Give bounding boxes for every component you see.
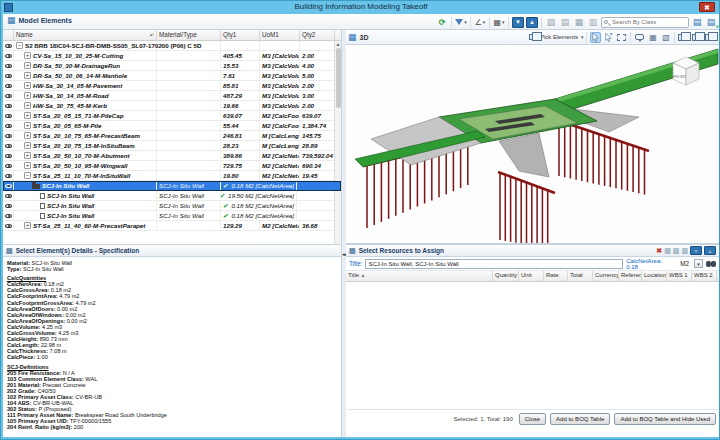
visibility-cell[interactable] <box>3 51 14 60</box>
visibility-cell[interactable] <box>3 131 14 140</box>
add-to-boq-hide-button[interactable]: Add to BOQ Table and Hide Used <box>614 413 716 425</box>
resources-column-header[interactable]: WBS 1 <box>667 271 692 281</box>
boq-book-add-button[interactable]: ▤+ <box>705 16 717 28</box>
visibility-cell[interactable] <box>3 161 14 170</box>
eye-icon[interactable] <box>5 174 12 178</box>
add-to-boq-button[interactable]: Add to BOQ Table <box>550 413 610 425</box>
visibility-cell[interactable] <box>3 81 14 90</box>
eye-icon[interactable] <box>5 94 12 98</box>
table-row[interactable]: +ST-Sa_20_20_75_15-M-InSituBeam28.23M [C… <box>3 141 341 151</box>
close-panel-button[interactable]: Close <box>519 413 546 425</box>
table-row[interactable]: +ST-Sa_20_50_10_70-M-Abutment389.86M2 [C… <box>3 151 341 161</box>
boq-book-button[interactable]: ▤ <box>691 16 703 28</box>
expand-icon[interactable]: + <box>24 52 31 59</box>
table-row[interactable]: +HW-Sa_30_75_45-M-Kerb19.66M3 [CalcVolu.… <box>3 101 341 111</box>
import-icon[interactable]: ▨ <box>673 247 680 255</box>
render-style-button[interactable]: ▾ <box>705 32 717 43</box>
table-row[interactable]: +ST-Sa_20_50_10_95-M-Wingwall729.75M2 [C… <box>3 161 341 171</box>
column-header-qty1[interactable]: Qty1 <box>221 30 260 40</box>
resources-column-header[interactable]: Currency <box>593 271 619 281</box>
visibility-cell[interactable] <box>3 171 14 180</box>
viewport-3d[interactable]: ⌂ FRONT <box>346 45 719 244</box>
export-slope-button[interactable]: ▨ <box>545 16 557 28</box>
title-bar[interactable]: Building Information Modeling Takeoff ✖ <box>1 1 720 14</box>
table-row[interactable]: +ST-Sa_25_11_40_60-M-PrecastParapet129.2… <box>3 221 341 231</box>
eye-icon[interactable] <box>5 134 12 138</box>
resources-column-header[interactable]: Rate <box>544 271 568 281</box>
select-cursor-button[interactable] <box>590 32 601 43</box>
table-view-button[interactable]: ▦ <box>573 16 585 28</box>
find-binoculars-icon[interactable] <box>706 261 716 267</box>
visibility-cell[interactable] <box>3 61 14 70</box>
pick-elements-button[interactable] <box>527 32 538 43</box>
eye-icon[interactable] <box>5 104 12 108</box>
eye-icon[interactable] <box>5 164 12 168</box>
table-row[interactable]: −S2 BRB 18IC04-SCJ-BR-DMB-SS05_SL07-1702… <box>3 41 341 51</box>
table-row[interactable]: +DR-Sa_50_30_06_14-M-Manhole7.61M3 [Calc… <box>3 71 341 81</box>
title-filter-input[interactable] <box>365 259 623 269</box>
eye-icon[interactable] <box>5 84 12 88</box>
expand-icon[interactable]: + <box>24 92 31 99</box>
visibility-cell[interactable] <box>3 121 14 130</box>
column-header-uom1[interactable]: UoM1 <box>260 30 300 40</box>
resources-table-body[interactable] <box>347 282 718 410</box>
visibility-cell[interactable] <box>3 91 14 100</box>
expand-icon[interactable]: + <box>24 112 31 119</box>
add-select-button[interactable] <box>603 32 614 43</box>
eye-icon[interactable] <box>5 74 12 78</box>
close-button[interactable]: ✖ <box>699 2 715 12</box>
filter-button[interactable]: ▾ <box>455 16 467 28</box>
expand-icon[interactable]: + <box>24 132 31 139</box>
visibility-cell[interactable] <box>3 141 14 150</box>
scrollbar-thumb[interactable] <box>336 48 341 108</box>
table-row[interactable]: SCJ-In Situ WallSCJ-In Situ Wall✔ 0.18 M… <box>3 201 341 211</box>
layout-button[interactable]: ▦▾ <box>493 16 505 28</box>
resources-column-header[interactable]: Title ▲ <box>346 271 493 281</box>
eye-icon[interactable] <box>5 184 12 188</box>
visibility-cell[interactable] <box>3 221 14 230</box>
view-3d-tab[interactable]: 3D <box>360 34 369 41</box>
expand-icon[interactable]: + <box>24 72 31 79</box>
table-row[interactable]: SCJ-In Situ WallSCJ-In Situ Wall✔ 19.50 … <box>3 191 341 201</box>
eye-icon[interactable] <box>5 64 12 68</box>
column-header-name[interactable]: Name▴¹ <box>14 30 157 40</box>
table-row[interactable]: SCJ-In Situ WallSCJ-In Situ Wall✔ 0.18 M… <box>3 211 341 221</box>
refresh-button[interactable]: ⟳ <box>436 16 448 28</box>
uom-dropdown-button[interactable]: ▾ <box>694 259 703 268</box>
expand-icon[interactable]: + <box>24 142 31 149</box>
expand-icon[interactable]: + <box>24 222 31 229</box>
grid-view-button[interactable]: ▦ <box>647 32 658 43</box>
table-row[interactable]: +ST-Sa_20_05_15_71-M-PileCap639.07M2 [Ca… <box>3 111 341 121</box>
eye-icon[interactable] <box>5 214 12 218</box>
section-box-button[interactable]: ▾ <box>692 32 704 43</box>
copy-icon[interactable]: ▥ <box>681 247 688 255</box>
expand-icon[interactable]: + <box>24 152 31 159</box>
table-row[interactable]: +ST-Sa_20_05_65-M-Pile55.44M2 [CalcFootp… <box>3 121 341 131</box>
clear-filter-icon[interactable]: ✖ <box>656 247 662 255</box>
resources-column-header[interactable]: Reference <box>619 271 642 281</box>
chevron-down-icon[interactable]: ▾ <box>581 34 584 40</box>
visibility-cell[interactable] <box>3 111 14 120</box>
scroll-up-icon[interactable]: ▲ <box>336 41 341 47</box>
import-table-button[interactable]: ▥ <box>587 16 599 28</box>
eye-icon[interactable] <box>5 224 12 228</box>
table-row[interactable]: +HW-Sa_30_14_05-M-Road487.29M3 [CalcVolu… <box>3 91 341 101</box>
expand-icon[interactable]: + <box>24 122 31 129</box>
table-row[interactable]: −ST-Sa_25_11_10_70-M-InSituWall19.80M2 [… <box>3 171 341 181</box>
search-input[interactable] <box>610 18 686 26</box>
eye-icon[interactable] <box>5 54 12 58</box>
export-icon[interactable]: ▤ <box>664 247 671 255</box>
visibility-cell[interactable] <box>3 201 14 210</box>
visibility-cell[interactable] <box>3 151 14 160</box>
column-header-qty2[interactable]: Qty2 <box>300 30 335 40</box>
vertical-scrollbar[interactable]: ▲ <box>334 41 341 244</box>
collapse-icon[interactable]: − <box>24 172 31 179</box>
resources-column-header[interactable]: Unit <box>519 271 544 281</box>
expand-icon[interactable]: + <box>24 82 31 89</box>
move-down-button[interactable]: ▼ <box>512 17 524 28</box>
collapse-all-button[interactable]: ▲ <box>704 246 716 255</box>
resources-column-header[interactable]: Quantity <box>493 271 519 281</box>
table-row[interactable]: +CV-Sa_15_10_30_25-M-Cutting405.45M3 [Ca… <box>3 51 341 61</box>
eye-icon[interactable] <box>5 124 12 128</box>
table-row[interactable]: SCJ-In Situ WallSCJ-In Situ Wall✔ 0.18 M… <box>3 181 341 191</box>
